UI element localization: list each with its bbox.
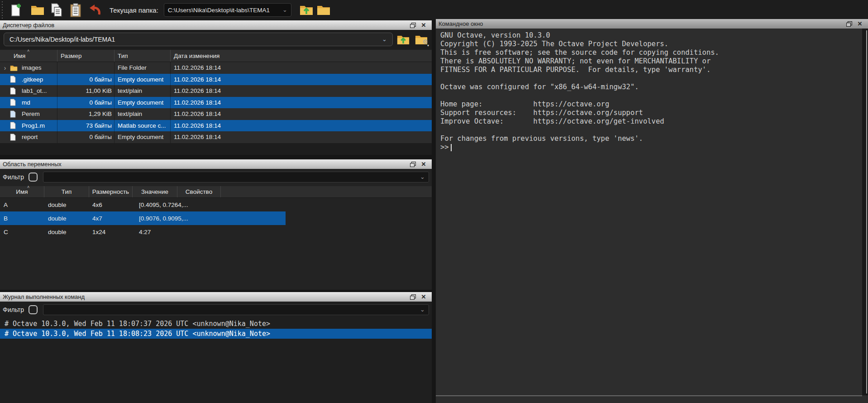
command-window-body[interactable]: GNU Octave, version 10.3.0 Copyright (C)… [436,29,868,403]
text-cursor [451,144,452,151]
current-folder-combobox[interactable]: C:\Users\Nika\Desktop\it-labs\TEMA1 ⌄ [164,3,291,17]
variable-dimension: 1x24 [89,229,133,235]
variable-name: C [0,229,44,235]
undock-icon[interactable] [407,160,418,168]
close-icon[interactable]: ✕ [418,21,429,29]
file-row[interactable]: Perem1,29 KiBtext/plain11.02.2026 18:14 [0,108,432,120]
column-header-date[interactable]: Дата изменения [171,50,432,62]
workspace-panel: Область переменных ✕ Фильтр ⌄ ˄ Имя [0,159,432,290]
expand-chevron-icon[interactable]: › [0,64,10,72]
paste-icon[interactable] [68,2,83,18]
file-name: report [19,134,38,140]
file-row[interactable]: .gitkeep0 байтыEmpty document11.02.2026 … [0,74,432,86]
horizontal-scrollbar[interactable] [436,395,862,396]
workspace-title: Область переменных [3,161,407,168]
variable-type: double [44,215,89,222]
file-table-header[interactable]: ˄ Имя Размер Тип Дата изменения [0,50,432,62]
file-type: File Folder [114,62,171,74]
variable-row[interactable]: Adouble4x6[0.4095, 0.7264,... [0,198,432,211]
octave-main-window: Текущая папка: C:\Users\Nika\Desktop\it-… [0,0,868,403]
workspace-rows: Adouble4x6[0.4095, 0.7264,...Bdouble4x7[… [0,198,432,239]
caret-down-icon: ▾ [427,43,429,48]
copy-icon[interactable] [49,2,64,18]
open-folder-icon[interactable] [30,2,45,18]
file-table: ˄ Имя Размер Тип Дата изменения ›imagesF… [0,50,432,143]
scrollbar-thumb[interactable] [866,30,867,393]
file-name: .gitkeep [19,76,43,83]
column-header-dims[interactable]: Размерность [89,186,133,197]
history-entry[interactable]: # Octave 10.3.0, Wed Feb 11 18:08:23 202… [0,329,432,339]
file-row[interactable]: md0 байтыEmpty document11.02.2026 18:14 [0,97,432,109]
file-size: 0 байты [57,74,114,86]
new-file-icon[interactable] [8,2,24,18]
workspace-table-header[interactable]: ˄ Имя Тип Размерность Значение Свойство [0,186,432,198]
file-icon [10,99,19,106]
file-type: Empty document [114,74,171,86]
console-prompt-line[interactable]: >> [436,143,868,152]
column-header-attribute[interactable]: Свойство [177,186,221,197]
column-header-name[interactable]: Имя [0,186,44,197]
filter-checkbox[interactable] [29,173,38,182]
variable-row[interactable]: Cdouble1x244:27 [0,225,432,239]
chevron-down-icon[interactable]: ⌄ [382,37,387,42]
folder-up-icon[interactable] [396,33,411,46]
toolbar-drag-handle[interactable] [1,1,5,19]
variable-value: 4:27 [133,229,177,235]
folder-actions-icon[interactable]: ⚙ ▾ [414,33,429,46]
sort-ascending-icon: ˄ [27,48,29,53]
browse-folder-icon[interactable] [316,2,331,18]
file-type: Empty document [114,131,171,143]
file-size: 1,29 KiB [57,108,114,120]
file-name-cell: ›images [0,62,57,74]
undock-icon[interactable] [407,21,418,29]
command-history-titlebar[interactable]: Журнал выполненных команд ✕ [0,292,432,302]
history-entry[interactable]: # Octave 10.3.0, Wed Feb 11 18:07:37 202… [0,319,432,329]
file-name: lab1_ot... [19,87,47,94]
file-row[interactable]: lab1_ot...11,00 KiBtext/plain11.02.2026 … [0,85,432,97]
column-header-size[interactable]: Размер [57,50,114,62]
file-row[interactable]: report0 байтыEmpty document11.02.2026 18… [0,131,432,143]
history-list: # Octave 10.3.0, Wed Feb 11 18:07:37 202… [0,319,432,339]
workspace-titlebar[interactable]: Область переменных ✕ [0,159,432,169]
file-row[interactable]: Prog1.m73 байтыMatlab source c...11.02.2… [0,120,432,132]
command-window-titlebar[interactable]: Командное окно ✕ [436,19,868,29]
close-icon[interactable]: ✕ [854,20,865,28]
variable-dimension: 4x7 [89,215,133,222]
file-type: text/plain [114,85,171,97]
file-size: 0 байты [57,131,114,143]
file-date: 11.02.2026 18:14 [171,97,432,109]
filter-checkbox[interactable] [29,305,38,314]
file-size: 0 байты [57,97,114,109]
current-folder-value: C:\Users\Nika\Desktop\it-labs\TEMA1 [168,7,270,14]
file-type: text/plain [114,108,171,120]
history-filter-row: Фильтр ⌄ [0,302,432,317]
folder-up-icon[interactable] [299,2,314,18]
file-name-cell: Perem [0,108,57,120]
undo-icon[interactable] [87,2,102,18]
variable-row[interactable]: Bdouble4x7[0.9076, 0.9095,... [0,211,432,225]
main-toolbar: Текущая папка: C:\Users\Nika\Desktop\it-… [0,0,868,20]
file-type: Matlab source c... [114,120,171,132]
vertical-scrollbar[interactable] [862,29,868,395]
filter-combobox[interactable]: ⌄ [43,304,429,315]
close-icon[interactable]: ✕ [418,160,429,168]
file-manager-titlebar[interactable]: Диспетчер файлов ✕ [0,20,432,30]
file-type: Empty document [114,97,171,109]
path-combobox[interactable]: C:/Users/Nika/Desktop/it-labs/TEMA1 ⌄ [4,33,393,46]
file-row[interactable]: ›imagesFile Folder11.02.2026 18:14 [0,62,432,74]
file-date: 11.02.2026 18:14 [171,62,432,74]
file-name-cell: Prog1.m [0,120,57,132]
console-prompt: >> [440,143,449,152]
chevron-down-icon[interactable]: ⌄ [420,175,425,179]
chevron-down-icon[interactable]: ⌄ [282,8,287,12]
close-icon[interactable]: ✕ [418,293,429,301]
variable-type: double [44,202,89,208]
chevron-down-icon[interactable]: ⌄ [420,307,425,312]
file-name: Perem [19,110,40,117]
undock-icon[interactable] [407,293,418,301]
undock-icon[interactable] [844,20,854,28]
column-header-value[interactable]: Значение [133,186,177,197]
filter-combobox[interactable]: ⌄ [43,172,429,182]
column-header-type[interactable]: Тип [44,186,89,197]
column-header-type[interactable]: Тип [114,50,171,62]
